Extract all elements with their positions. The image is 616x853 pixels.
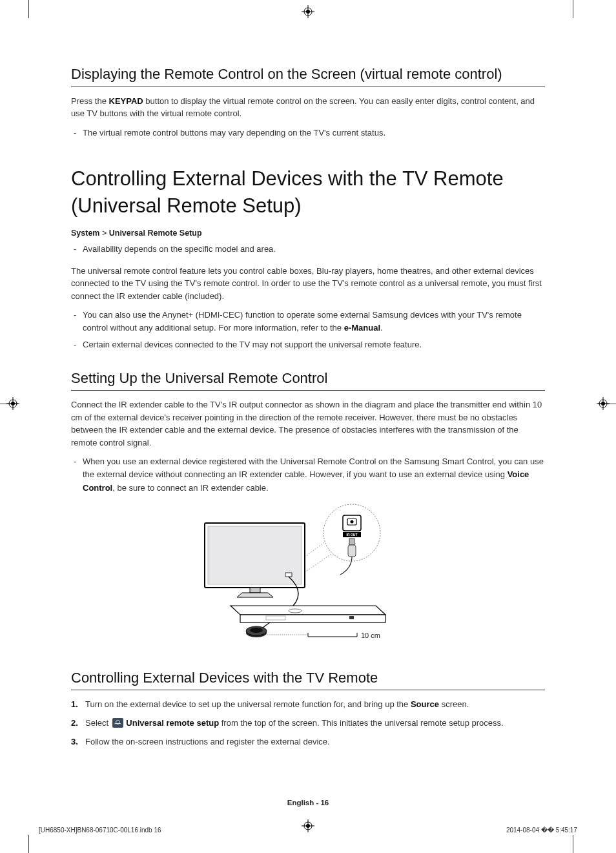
registration-mark-icon [6, 397, 19, 410]
list-item: The virtual remote control buttons may v… [71, 127, 545, 139]
note-list: When you use an external device register… [71, 455, 545, 494]
path-segment: System [71, 229, 99, 238]
steps-list: Turn on the external device to set up th… [71, 698, 545, 748]
bold-text: e-Manual [344, 323, 380, 333]
list-item: You can also use the Anynet+ (HDMI-CEC) … [71, 309, 545, 334]
text: screen. [439, 699, 469, 709]
list-item: Availability depends on the specific mod… [71, 243, 545, 256]
text: Turn on the external device to set up th… [85, 699, 411, 709]
text: from the top of the screen. This initiat… [219, 718, 504, 728]
page-footer-center: English - 16 [0, 799, 616, 807]
registration-mark-icon [302, 819, 314, 832]
bold-text: Source [411, 699, 439, 709]
page-content: Displaying the Remote Control on the Scr… [71, 65, 545, 754]
paragraph: The universal remote control feature let… [71, 265, 545, 303]
section-heading-setting-up: Setting Up the Universal Remote Control [71, 369, 545, 391]
distance-label: 10 cm [361, 632, 380, 639]
note-list: You can also use the Anynet+ (HDMI-CEC) … [71, 309, 545, 351]
svg-point-31 [250, 628, 263, 633]
svg-rect-35 [349, 616, 354, 619]
page-footer-left: [UH6850-XH]BN68-06710C-00L16.indb 16 [39, 827, 161, 834]
paragraph: Press the KEYPAD button to display the v… [71, 95, 545, 120]
crop-mark [573, 835, 573, 853]
major-heading-universal-remote: Controlling External Devices with the TV… [71, 165, 545, 220]
menu-path: System > Universal Remote Setup [71, 229, 545, 238]
svg-rect-27 [285, 573, 292, 577]
ir-extender-diagram: IR OUT [192, 504, 424, 649]
crop-mark [28, 0, 29, 18]
registration-mark-icon [302, 5, 314, 18]
bold-text: Universal remote setup [124, 718, 219, 728]
svg-rect-21 [349, 539, 354, 545]
page-footer-right: 2014-08-04 �� 5:45:17 [506, 827, 577, 834]
crop-mark [573, 0, 573, 18]
crop-mark [28, 835, 29, 853]
svg-rect-22 [348, 545, 356, 557]
step-item: Select Universal remote setup from the t… [71, 717, 545, 730]
text: , be sure to connect an IR extender cabl… [112, 483, 268, 493]
section-heading-controlling: Controlling External Devices with the TV… [71, 668, 545, 691]
list-item: Certain external devices connected to th… [71, 338, 545, 351]
note-list: The virtual remote control buttons may v… [71, 127, 545, 139]
note-list: Availability depends on the specific mod… [71, 243, 545, 256]
bold-text: KEYPAD [109, 96, 143, 106]
text: When you use an external device register… [83, 457, 544, 479]
path-segment: Universal Remote Setup [109, 229, 202, 238]
text: Press the [71, 96, 109, 106]
registration-mark-icon [597, 397, 610, 410]
text: . [380, 323, 383, 333]
step-item: Follow the on-screen instructions and re… [71, 735, 545, 749]
universal-remote-icon [112, 718, 123, 728]
svg-point-19 [351, 520, 354, 523]
list-item: When you use an external device register… [71, 455, 545, 494]
paragraph: Connect the IR extender cable to the TV'… [71, 398, 545, 449]
text: You can also use the Anynet+ (HDMI-CEC) … [83, 310, 522, 333]
section-heading-virtual-remote: Displaying the Remote Control on the Scr… [71, 65, 545, 87]
ir-out-label: IR OUT [347, 533, 358, 537]
path-separator: > [99, 229, 108, 238]
text: Select [85, 718, 111, 728]
step-item: Turn on the external device to set up th… [71, 698, 545, 712]
svg-rect-28 [250, 588, 260, 593]
svg-rect-32 [240, 615, 385, 622]
